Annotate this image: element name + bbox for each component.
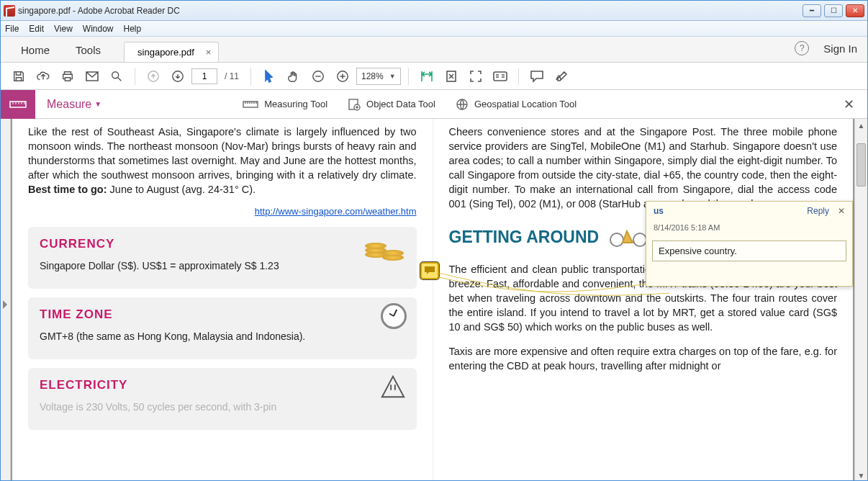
currency-heading: CURRENCY	[40, 235, 405, 252]
comment-header: us Reply ✕	[646, 202, 852, 220]
pdf-page: Like the rest of Southeast Asia, Singapo…	[12, 119, 853, 481]
page-right-column: Cheers convenience stores and at the Sin…	[433, 119, 854, 481]
tab-tools[interactable]: Tools	[63, 38, 114, 62]
tab-row: Home Tools singapore.pdf × ? Sign In	[1, 37, 867, 63]
object-data-tool-label: Object Data Tool	[366, 99, 435, 109]
pointer-icon[interactable]	[258, 66, 280, 87]
menu-window[interactable]: Window	[83, 24, 114, 34]
print-icon[interactable]	[57, 66, 78, 87]
comment-timestamp: 8/14/2016 5:18 AM	[646, 220, 852, 235]
geospatial-tool-label: Geospatial Location Tool	[474, 99, 577, 109]
document-viewport: Like the rest of Southeast Asia, Singapo…	[1, 119, 867, 481]
menu-edit[interactable]: Edit	[29, 24, 44, 34]
vertical-scrollbar[interactable]: ▲ ▼	[854, 119, 867, 481]
cloud-upload-icon[interactable]	[32, 66, 54, 87]
maximize-button[interactable]: ☐	[824, 4, 843, 17]
read-mode-icon[interactable]	[489, 66, 511, 87]
phone-paragraph: Cheers convenience stores and at the Sin…	[449, 125, 838, 211]
menu-help[interactable]: Help	[124, 24, 142, 34]
taxi-paragraph: Taxis are more expensive and often requi…	[449, 344, 838, 373]
comment-popup[interactable]: us Reply ✕ 8/14/2016 5:18 AM Expensive c…	[646, 201, 853, 287]
menu-view[interactable]: View	[54, 24, 73, 34]
comment-close-icon[interactable]: ✕	[838, 206, 845, 216]
timezone-body: GMT+8 (the same as Hong Kong, Malaysia a…	[40, 330, 405, 343]
scroll-track[interactable]	[855, 132, 867, 469]
clock-icon	[381, 303, 407, 329]
electricity-body: Voltage is 230 Volts, 50 cycles per seco…	[40, 400, 405, 414]
currency-card: CURRENCY Singapore Dollar (S$). US$1 = a…	[28, 227, 417, 289]
save-icon[interactable]	[8, 66, 30, 87]
fit-page-icon[interactable]	[440, 66, 462, 87]
expand-handle-icon	[3, 300, 7, 309]
window-title: singapore.pdf - Adobe Acrobat Reader DC	[18, 6, 803, 16]
comment-author: us	[654, 206, 664, 216]
plug-icon	[379, 374, 407, 405]
object-data-tool-button[interactable]: Object Data Tool	[348, 98, 435, 111]
fullscreen-icon[interactable]	[465, 66, 487, 87]
sign-in-link[interactable]: Sign In	[823, 42, 857, 55]
zoom-level-select[interactable]: 128% ▼	[356, 68, 401, 85]
toolbar-separator	[250, 68, 251, 85]
svg-point-12	[610, 233, 623, 246]
menu-bar: File Edit View Window Help	[1, 21, 867, 37]
electricity-heading: ELECTRICITY	[40, 377, 405, 393]
left-panel-toggle[interactable]	[1, 119, 11, 481]
zoom-out-icon[interactable]	[307, 66, 329, 87]
tab-close-icon[interactable]: ×	[206, 47, 212, 58]
next-page-icon[interactable]	[167, 66, 189, 87]
window-titlebar: singapore.pdf - Adobe Acrobat Reader DC …	[1, 1, 867, 21]
geospatial-tool-button[interactable]: Geospatial Location Tool	[456, 98, 577, 111]
svg-point-0	[112, 71, 119, 78]
currency-body: Singapore Dollar (S$). US$1 = approximat…	[40, 259, 405, 273]
toolbar-separator	[408, 68, 409, 85]
bike-icon	[608, 224, 648, 253]
measuring-tool-label: Measuring Tool	[264, 99, 327, 109]
sign-icon[interactable]	[551, 66, 572, 87]
scroll-thumb[interactable]	[856, 143, 866, 186]
zoom-in-icon[interactable]	[332, 66, 353, 87]
menu-file[interactable]: File	[5, 24, 19, 34]
minimize-button[interactable]: ━	[803, 4, 821, 17]
prev-page-icon[interactable]	[143, 66, 164, 87]
tab-document[interactable]: singapore.pdf ×	[124, 42, 219, 62]
window-controls: ━ ☐ ✕	[803, 4, 864, 17]
tab-home[interactable]: Home	[8, 38, 63, 62]
toolbar-separator	[135, 68, 135, 85]
page-left-column: Like the rest of Southeast Asia, Singapo…	[12, 119, 433, 481]
measure-toolbar: Measure ▼ Measuring Tool Object Data Too…	[1, 90, 867, 119]
page-canvas[interactable]: Like the rest of Southeast Asia, Singapo…	[11, 119, 854, 481]
timezone-card: TIME ZONE GMT+8 (the same as Hong Kong, …	[28, 297, 417, 359]
scroll-up-icon[interactable]: ▲	[855, 119, 867, 132]
close-measure-icon[interactable]: ✕	[844, 96, 854, 112]
comment-reply-link[interactable]: Reply	[807, 206, 829, 216]
search-icon[interactable]	[106, 66, 127, 87]
comment-icon[interactable]	[526, 66, 548, 87]
hand-icon[interactable]	[283, 66, 304, 87]
help-icon[interactable]: ?	[795, 41, 809, 55]
svg-rect-6	[494, 72, 507, 81]
page-total-label: / 11	[220, 71, 243, 81]
main-toolbar: / 11 128% ▼	[1, 63, 867, 90]
coins-icon	[363, 233, 407, 261]
svg-point-13	[633, 233, 646, 246]
scroll-down-icon[interactable]: ▼	[855, 469, 867, 481]
sticky-note-icon[interactable]	[420, 262, 439, 279]
fit-width-icon[interactable]	[416, 66, 438, 87]
weather-link[interactable]: http://www-singapore.com/weather.htm	[255, 206, 417, 217]
measure-label-text: Measure	[47, 98, 91, 111]
electricity-card: ELECTRICITY Voltage is 230 Volts, 50 cyc…	[28, 368, 417, 430]
climate-paragraph: Like the rest of Southeast Asia, Singapo…	[28, 125, 417, 197]
tab-document-label: singapore.pdf	[137, 47, 194, 58]
comment-text-input[interactable]: Expensive country.	[652, 240, 846, 261]
timezone-heading: TIME ZONE	[40, 306, 405, 323]
measure-dropdown[interactable]: Measure ▼	[35, 98, 113, 111]
email-icon[interactable]	[81, 66, 103, 87]
chevron-down-icon: ▼	[94, 100, 101, 108]
app-icon	[4, 5, 15, 17]
close-window-button[interactable]: ✕	[846, 4, 864, 17]
measuring-tool-button[interactable]: Measuring Tool	[243, 98, 327, 111]
toolbar-separator	[518, 68, 519, 85]
measure-panel-icon[interactable]	[1, 90, 35, 119]
svg-rect-7	[10, 102, 26, 107]
page-number-input[interactable]	[191, 68, 217, 84]
